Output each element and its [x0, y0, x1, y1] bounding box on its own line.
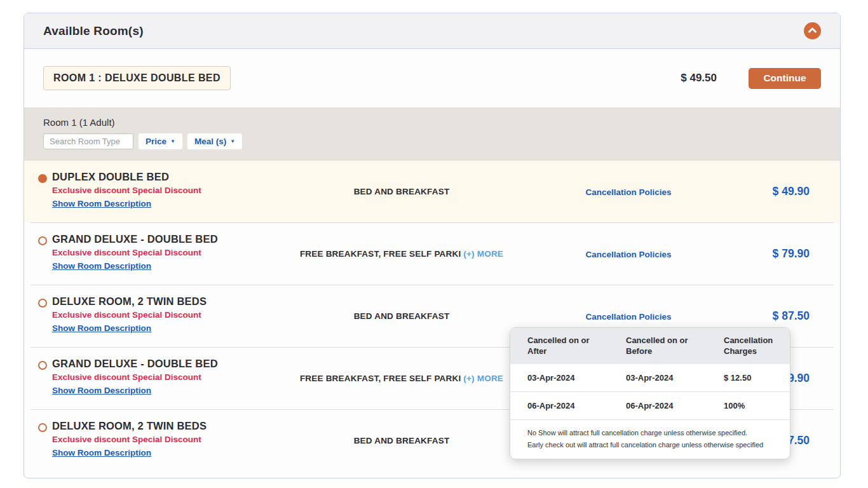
room-discount-label: Exclusive discount Special Discount [52, 372, 297, 382]
cancellation-policies-link[interactable]: Cancellation Policies [585, 250, 671, 259]
panel-title: Availble Room(s) [43, 24, 144, 38]
selection-summary-bar: ROOM 1 : DELUXE DOUBLE BED $ 49.50 Conti… [24, 49, 840, 107]
room-price: $ 79.90 [702, 247, 810, 261]
cancelled-after-value: 03-Apr-2024 [527, 373, 626, 383]
room-name: DELUXE ROOM, 2 TWIN BEDS [52, 295, 297, 308]
filters-title: Room 1 (1 Adult) [43, 117, 821, 128]
price-filter-label: Price [146, 137, 166, 146]
room-row-1[interactable]: DUPLEX DOUBLE BED Exclusive discount Spe… [24, 161, 840, 222]
price-filter-dropdown[interactable]: Price ▼ [139, 133, 182, 149]
popup-data-row: 06-Apr-2024 06-Apr-2024 100% [510, 392, 790, 420]
chevron-down-icon: ▼ [170, 139, 175, 144]
chevron-down-icon: ▼ [230, 139, 235, 144]
meal-plan-label: FREE BREAKFAST, FREE SELF PARKI (+) MORE [297, 374, 506, 383]
filters-controls: Price ▼ Meal (s) ▼ [43, 133, 821, 149]
search-room-type-input[interactable] [43, 133, 133, 149]
room-name: GRAND DELUXE - DOUBLE BED [52, 358, 297, 370]
cancellation-charge-value: $ 12.50 [724, 373, 790, 383]
cancelled-before-value: 06-Apr-2024 [626, 401, 724, 410]
room-price: $ 87.50 [702, 309, 810, 323]
popup-column-header: Cancelled on or Before [626, 335, 724, 356]
room-name: GRAND DELUXE - DOUBLE BED [52, 233, 297, 245]
continue-button[interactable]: Continue [749, 68, 821, 89]
room-filters-section: Room 1 (1 Adult) Price ▼ Meal (s) ▼ [24, 107, 840, 161]
room-name: DUPLEX DOUBLE BED [52, 171, 297, 183]
room-radio[interactable] [38, 236, 47, 245]
cancellation-policies-link[interactable]: Cancellation Policies [585, 312, 671, 322]
meal-filter-label: Meal (s) [194, 137, 226, 146]
room-radio[interactable] [38, 361, 47, 370]
popup-note-early-checkout: Early check out will attract full cancel… [527, 439, 780, 451]
meal-more-link[interactable]: (+) MORE [463, 249, 503, 259]
chevron-up-icon [808, 26, 817, 36]
selected-room-chip: ROOM 1 : DELUXE DOUBLE BED [43, 66, 231, 90]
meal-filter-dropdown[interactable]: Meal (s) ▼ [187, 133, 242, 149]
room-radio[interactable] [38, 299, 47, 308]
meal-plan-label: BED AND BREAKFAST [297, 187, 506, 196]
room-radio[interactable] [38, 423, 47, 432]
popup-column-header: Cancelled on or After [527, 335, 626, 356]
show-room-description-link[interactable]: Show Room Description [52, 386, 151, 395]
popup-column-header: Cancellation Charges [724, 335, 790, 356]
room-discount-label: Exclusive discount Special Discount [52, 186, 297, 195]
room-price: $ 49.90 [702, 185, 810, 198]
show-room-description-link[interactable]: Show Room Description [52, 261, 151, 271]
popup-note-no-show: No Show will attract full cancellation c… [527, 427, 780, 439]
cancelled-before-value: 03-Apr-2024 [626, 373, 724, 383]
selected-room-price: $ 49.50 [681, 72, 717, 85]
show-room-description-link[interactable]: Show Room Description [52, 448, 151, 458]
cancellation-policy-popup: Cancelled on or After Cancelled on or Be… [510, 327, 790, 459]
panel-header: Availble Room(s) [24, 13, 840, 49]
popup-header-row: Cancelled on or After Cancelled on or Be… [510, 328, 790, 364]
cancellation-policies-link[interactable]: Cancellation Policies [585, 187, 671, 197]
cancelled-after-value: 06-Apr-2024 [527, 401, 626, 410]
cancellation-charge-value: 100% [724, 401, 790, 410]
meal-plan-label: FREE BREAKFAST, FREE SELF PARKI (+) MORE [297, 249, 506, 259]
popup-data-row: 03-Apr-2024 03-Apr-2024 $ 12.50 [510, 364, 790, 392]
show-room-description-link[interactable]: Show Room Description [52, 199, 151, 208]
collapse-panel-button[interactable] [804, 22, 821, 39]
room-name: DELUXE ROOM, 2 TWIN BEDS [52, 420, 297, 432]
room-row-2[interactable]: GRAND DELUXE - DOUBLE BED Exclusive disc… [24, 223, 840, 285]
meal-more-link[interactable]: (+) MORE [463, 374, 503, 383]
room-radio-selected[interactable] [38, 174, 47, 183]
show-room-description-link[interactable]: Show Room Description [52, 323, 151, 333]
room-discount-label: Exclusive discount Special Discount [52, 435, 297, 444]
room-discount-label: Exclusive discount Special Discount [52, 248, 297, 257]
room-discount-label: Exclusive discount Special Discount [52, 310, 297, 320]
popup-notes: No Show will attract full cancellation c… [510, 420, 790, 458]
meal-plan-label: BED AND BREAKFAST [297, 436, 506, 445]
meal-plan-label: BED AND BREAKFAST [297, 311, 506, 321]
